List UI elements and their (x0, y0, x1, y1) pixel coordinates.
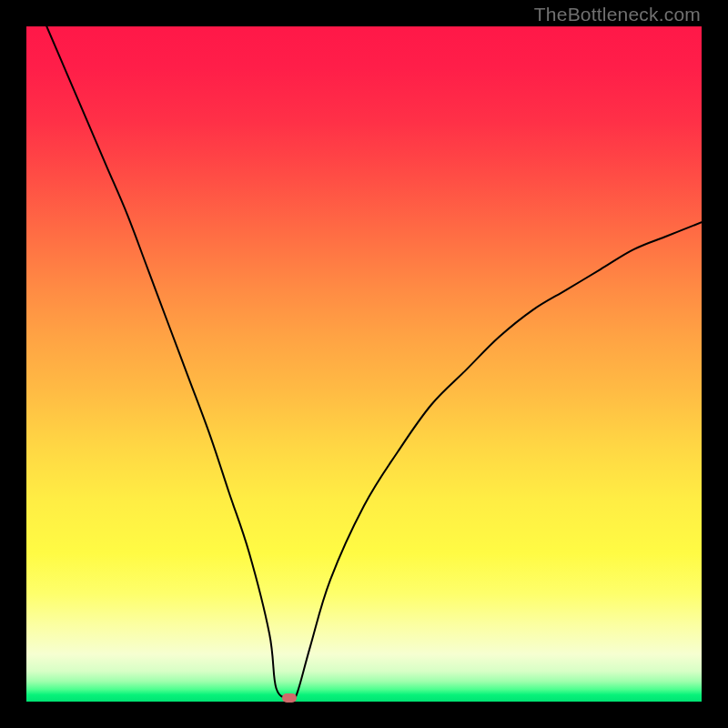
plot-area (26, 26, 702, 702)
optimum-marker (282, 693, 297, 703)
bottleneck-curve (26, 26, 702, 702)
chart-frame: TheBottleneck.com (0, 0, 728, 728)
attribution-text: TheBottleneck.com (534, 4, 701, 25)
